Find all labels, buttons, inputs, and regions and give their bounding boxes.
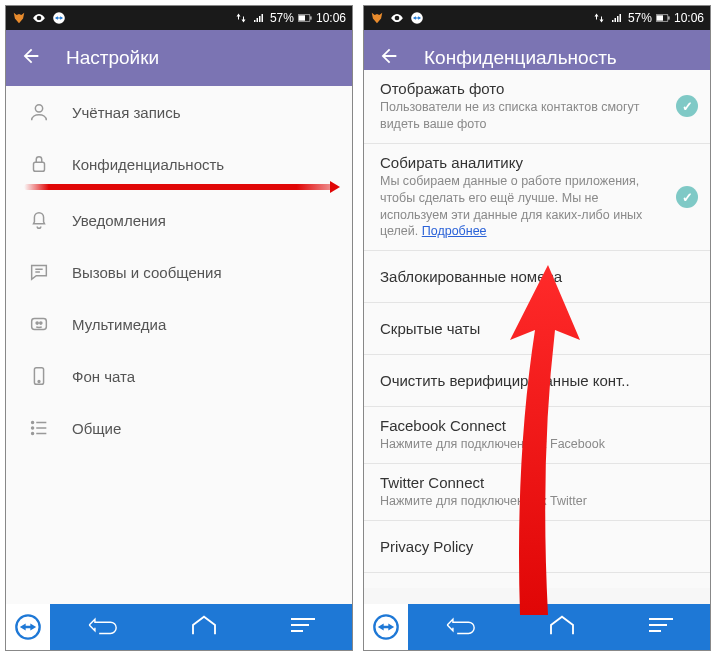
row-title: Отображать фото: [380, 80, 694, 97]
row-analytics[interactable]: Собирать аналитику Мы собираем данные о …: [364, 144, 710, 252]
fox-icon: [370, 11, 384, 25]
privacy-list: Отображать фото Пользователи не из списк…: [364, 70, 710, 588]
nav-home-icon[interactable]: [547, 614, 577, 640]
system-nav: [364, 604, 710, 650]
phone-right: 57% 10:06 Конфиденциальность Отображать …: [363, 5, 711, 651]
list-icon: [28, 417, 50, 439]
svg-rect-2: [299, 15, 305, 20]
eye-icon: [390, 11, 404, 25]
svg-point-4: [35, 105, 42, 112]
row-title: Собирать аналитику: [380, 154, 694, 171]
back-icon[interactable]: [20, 45, 42, 71]
nav-recent-icon[interactable]: [289, 614, 317, 640]
clock-time: 10:06: [674, 11, 704, 25]
svg-rect-18: [668, 16, 669, 19]
svg-rect-5: [34, 162, 45, 171]
lock-icon: [28, 153, 50, 175]
row-title: Twitter Connect: [380, 474, 694, 491]
battery-icon: [656, 11, 670, 25]
eye-icon: [32, 11, 46, 25]
settings-item-background[interactable]: Фон чата: [6, 350, 352, 402]
settings-item-account[interactable]: Учётная запись: [6, 86, 352, 138]
red-underline-annotation: [24, 184, 334, 190]
battery-pct: 57%: [270, 11, 294, 25]
teamviewer-button[interactable]: [6, 604, 50, 650]
row-twitter-connect[interactable]: Twitter Connect Нажмите для подключения …: [364, 464, 710, 521]
row-title: Очистить верифицированные конт..: [380, 372, 694, 389]
row-desc: Мы собираем данные о работе приложения, …: [380, 173, 694, 241]
row-facebook-connect[interactable]: Facebook Connect Нажмите для подключения…: [364, 407, 710, 464]
status-bar: 57% 10:06: [6, 6, 352, 30]
back-icon[interactable]: [378, 45, 400, 71]
battery-pct: 57%: [628, 11, 652, 25]
settings-item-label: Мультимедиа: [72, 316, 166, 333]
app-header: Настройки: [6, 30, 352, 86]
row-show-photo[interactable]: Отображать фото Пользователи не из списк…: [364, 70, 710, 144]
row-desc: Пользователи не из списка контактов смог…: [380, 99, 694, 133]
row-desc: Нажмите для подключения к Twitter: [380, 493, 694, 510]
bell-icon: [28, 209, 50, 231]
user-icon: [28, 101, 50, 123]
settings-item-privacy[interactable]: Конфиденциальность: [6, 138, 352, 190]
svg-point-12: [32, 427, 34, 429]
settings-item-label: Конфиденциальность: [72, 156, 224, 173]
svg-point-11: [32, 422, 34, 424]
up-down-icon: [234, 11, 248, 25]
settings-list: Учётная запись Конфиденциальность Уведом…: [6, 86, 352, 604]
settings-item-label: Учётная запись: [72, 104, 181, 121]
settings-item-label: Уведомления: [72, 212, 166, 229]
page-title: Конфиденциальность: [424, 47, 617, 69]
nav-back-icon[interactable]: [443, 614, 477, 640]
settings-item-media[interactable]: Мультимедиа: [6, 298, 352, 350]
teamviewer-icon: [52, 11, 66, 25]
chat-icon: [28, 261, 50, 283]
settings-item-label: Вызовы и сообщения: [72, 264, 222, 281]
media-icon: [28, 313, 50, 335]
learn-more-link[interactable]: Подробнее: [422, 224, 487, 238]
settings-item-notifications[interactable]: Уведомления: [6, 194, 352, 246]
settings-item-calls[interactable]: Вызовы и сообщения: [6, 246, 352, 298]
svg-point-7: [36, 322, 38, 324]
clock-time: 10:06: [316, 11, 346, 25]
nav-recent-icon[interactable]: [647, 614, 675, 640]
settings-item-label: Фон чата: [72, 368, 135, 385]
nav-home-icon[interactable]: [189, 614, 219, 640]
svg-point-13: [32, 433, 34, 435]
signal-icon: [610, 11, 624, 25]
svg-rect-17: [657, 15, 663, 20]
row-title: Facebook Connect: [380, 417, 694, 434]
status-bar: 57% 10:06: [364, 6, 710, 30]
signal-icon: [252, 11, 266, 25]
checkbox-on-icon[interactable]: [676, 186, 698, 208]
row-desc: Нажмите для подключения к Facebook: [380, 436, 694, 453]
phone-left: 57% 10:06 Настройки Учётная запись Конфи…: [5, 5, 353, 651]
svg-point-10: [38, 381, 40, 383]
settings-item-general[interactable]: Общие: [6, 402, 352, 454]
row-title: Заблокированные номера: [380, 268, 694, 285]
phone-bg-icon: [28, 365, 50, 387]
teamviewer-button[interactable]: [364, 604, 408, 650]
settings-item-label: Общие: [72, 420, 121, 437]
svg-rect-3: [310, 16, 311, 19]
row-title: Privacy Policy: [380, 538, 694, 555]
fox-icon: [12, 11, 26, 25]
row-privacy-policy[interactable]: Privacy Policy: [364, 521, 710, 573]
svg-point-8: [40, 322, 42, 324]
checkbox-on-icon[interactable]: [676, 95, 698, 117]
teamviewer-icon: [410, 11, 424, 25]
row-blocked-numbers[interactable]: Заблокированные номера: [364, 251, 710, 303]
nav-back-icon[interactable]: [85, 614, 119, 640]
row-hidden-chats[interactable]: Скрытые чаты: [364, 303, 710, 355]
up-down-icon: [592, 11, 606, 25]
system-nav: [6, 604, 352, 650]
page-title: Настройки: [66, 47, 159, 69]
battery-icon: [298, 11, 312, 25]
row-clear-verified[interactable]: Очистить верифицированные конт..: [364, 355, 710, 407]
row-title: Скрытые чаты: [380, 320, 694, 337]
